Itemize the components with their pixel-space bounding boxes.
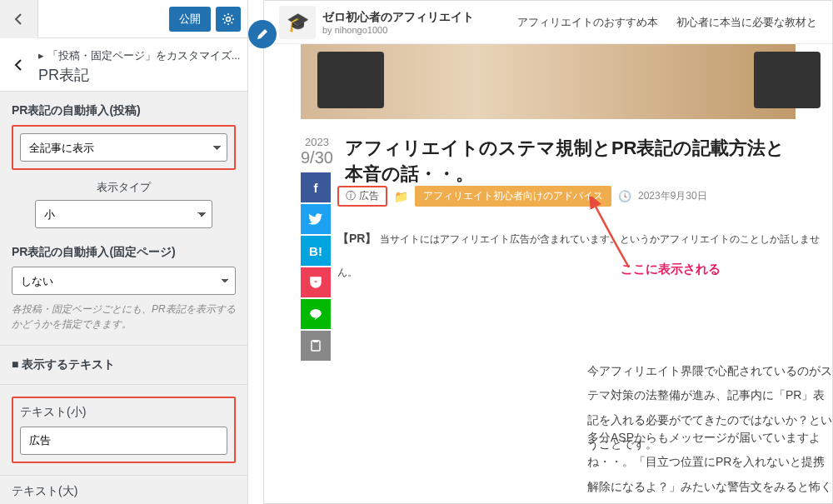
gear-icon — [222, 12, 235, 26]
svg-point-0 — [227, 17, 231, 21]
main-nav: アフィリエイトのおすすめ本 初心者に本当に必要な教材と — [517, 15, 817, 30]
text-small-input[interactable] — [20, 427, 227, 455]
date-year: 2023 — [301, 136, 333, 148]
pr-disclaimer: 当サイトにはアフィリエイト広告が含まれています。というかアフィリエイトのことしか… — [380, 233, 820, 245]
post-date: 2023年9月30日 — [638, 189, 707, 203]
site-subtitle: by nihongo1000 — [322, 25, 474, 35]
site-logo: 🎓 — [279, 6, 316, 39]
auto-insert-page-select[interactable]: しない — [12, 267, 236, 295]
highlight-box-1: 全記事に表示 — [12, 125, 236, 170]
breadcrumb-trail: 「投稿・固定ページ」をカスタマイズ... — [47, 49, 241, 62]
pocket-icon — [308, 275, 323, 290]
annotation-text: ここに表示される — [621, 262, 721, 277]
date-month-day: 9/30 — [301, 148, 333, 167]
publish-button[interactable]: 公開 — [169, 7, 211, 32]
auto-insert-post-select[interactable]: 全記事に表示 — [20, 133, 227, 162]
line-icon — [308, 307, 323, 322]
nav-item-1[interactable]: アフィリエイトのおすすめ本 — [517, 15, 658, 30]
preview-inner: 🎓 ゼロ初心者のアフィリエイト by nihongo1000 アフィリエイトのお… — [263, 0, 833, 504]
section-auto-insert-page-label: PR表記の自動挿入(固定ページ) — [12, 245, 236, 260]
section-auto-insert-post-label: PR表記の自動挿入(投稿) — [12, 103, 236, 118]
edit-shortcut-button[interactable] — [248, 20, 277, 48]
preview-pane: 🎓 ゼロ初心者のアフィリエイト by nihongo1000 アフィリエイトのお… — [248, 0, 833, 504]
ad-badge: ⓘ 広告 — [337, 186, 387, 207]
pencil-icon — [256, 27, 269, 41]
highlight-box-2: テキスト(小) — [12, 397, 236, 463]
article-title: アフィリエイトのステマ規制とPR表記の記載方法と本音の話・・。 — [345, 136, 796, 187]
settings-panel: PR表記の自動挿入(投稿) 全記事に表示 表示タイプ 小 PR表記の自動挿入(固… — [0, 92, 247, 504]
separator — [0, 345, 247, 346]
twitter-icon — [308, 212, 323, 227]
meta-row: ⓘ 広告 📁 アフィリエイト初心者向けのアドバイス 🕓 2023年9月30日 — [337, 186, 707, 207]
article-header: 2023 9/30 アフィリエイトのステマ規制とPR表記の記載方法と本音の話・・… — [301, 136, 796, 187]
share-facebook[interactable]: f — [301, 172, 331, 202]
clock-icon: 🕓 — [618, 190, 631, 202]
separator — [0, 384, 247, 385]
svg-rect-3 — [313, 340, 318, 342]
display-type-label: 表示タイプ — [12, 180, 236, 195]
pr-label: 【PR】 — [337, 232, 377, 245]
folder-icon: 📁 — [394, 190, 408, 203]
site-header: 🎓 ゼロ初心者のアフィリエイト by nihongo1000 アフィリエイトのお… — [264, 1, 832, 44]
hero-image — [301, 44, 796, 119]
breadcrumb-row: ▸ 「投稿・固定ページ」をカスタマイズ... PR表記 — [0, 38, 247, 92]
nav-item-2[interactable]: 初心者に本当に必要な教材と — [676, 15, 817, 30]
share-pocket[interactable] — [301, 267, 331, 297]
collapse-icon — [13, 13, 25, 25]
text-large-label: テキスト(大) — [12, 484, 236, 499]
back-button[interactable] — [0, 45, 38, 85]
share-copy[interactable] — [301, 331, 331, 361]
share-hatena[interactable]: B! — [301, 236, 331, 266]
share-twitter[interactable] — [301, 204, 331, 234]
top-bar: 公開 — [38, 0, 247, 38]
share-column: f B! — [301, 172, 331, 361]
info-icon: ⓘ — [346, 189, 356, 203]
pr-disclaimer-2: ん。 — [337, 263, 832, 282]
display-type-select[interactable]: 小 — [35, 200, 212, 228]
separator — [0, 475, 247, 476]
breadcrumb-title: PR表記 — [38, 65, 240, 85]
settings-button[interactable] — [216, 7, 241, 32]
ad-badge-text: 広告 — [359, 189, 379, 203]
paragraph-2: 多分ASPからもメッセージが届いていますよね・・。「目立つ位置にPRを入れないと… — [587, 426, 832, 504]
chevron-left-icon — [13, 59, 25, 71]
category-badge[interactable]: アフィリエイト初心者向けのアドバイス — [415, 186, 611, 207]
article-body: 【PR】 当サイトにはアフィリエイト広告が含まれています。というかアフィリエイト… — [337, 227, 832, 282]
display-text-heading: ■ 表示するテキスト — [12, 357, 236, 372]
breadcrumb-prefix: ▸ — [38, 49, 44, 62]
svg-point-1 — [310, 309, 322, 318]
collapse-sidebar-button[interactable] — [0, 0, 38, 38]
customizer-sidebar: 公開 ▸ 「投稿・固定ページ」をカスタマイズ... PR表記 PR表記の自動挿入… — [0, 0, 248, 504]
share-line[interactable] — [301, 299, 331, 329]
breadcrumb-text: ▸ 「投稿・固定ページ」をカスタマイズ... — [38, 45, 240, 63]
text-small-label: テキスト(小) — [20, 405, 227, 420]
site-title[interactable]: ゼロ初心者のアフィリエイト — [322, 10, 474, 25]
clipboard-icon — [309, 339, 322, 352]
description-text: 各投稿・固定ページごとにも、PR表記を表示するかどうかを指定できます。 — [12, 302, 236, 332]
